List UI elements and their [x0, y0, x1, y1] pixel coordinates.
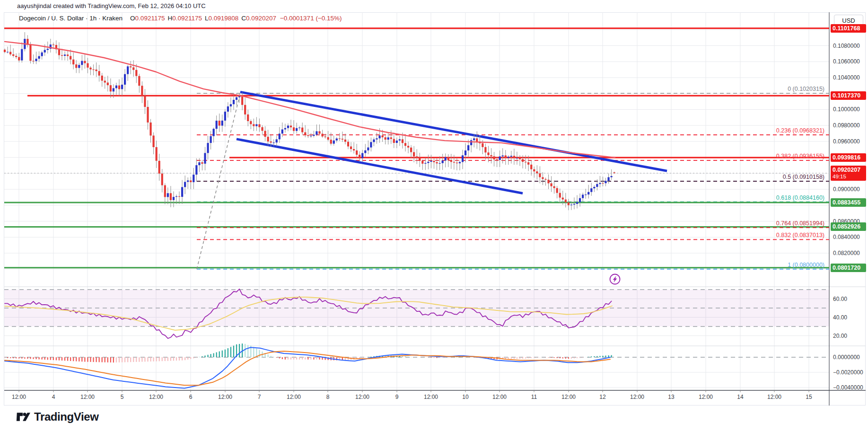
ohlc-key: L: [205, 15, 209, 22]
tradingview-logo-icon: [16, 411, 30, 423]
time-tick-label: 7: [258, 394, 261, 400]
time-tick-label: 12:00: [699, 394, 713, 400]
time-tick-label: 13: [668, 394, 674, 400]
rsi-tick-label: 40.00: [833, 314, 847, 321]
change-value: −0.0001371 (−0.15%): [280, 15, 342, 22]
ohlc-value: 0.0919808: [209, 15, 239, 22]
time-tick-label: 9: [395, 394, 399, 400]
fib-level-label: 0.5 (0.0910158): [783, 174, 824, 180]
macd-tick-label: −0.0020000: [833, 369, 863, 376]
price-tick-label: 0.1080000: [833, 43, 860, 49]
tradingview-chart-page: aayushjindal created with TradingView.co…: [0, 0, 868, 432]
price-badge: 0.0852926: [831, 222, 866, 231]
time-tick-label: 12:00: [767, 394, 781, 400]
time-tick-label: 12:00: [424, 394, 438, 400]
price-chart-canvas[interactable]: [0, 0, 868, 432]
time-tick-label: 12:00: [287, 394, 301, 400]
time-tick-label: 12:00: [561, 394, 576, 400]
fib-level-label: 0.832 (0.0837013): [776, 232, 824, 238]
fib-level-label: 0.236 (0.0968321): [776, 127, 824, 134]
fib-level-label: 0 (0.1020315): [788, 86, 824, 92]
time-tick-label: 12:00: [630, 394, 644, 400]
trend-lines[interactable]: [197, 92, 667, 269]
macd-indicator[interactable]: [5, 344, 612, 388]
ohlc-value: 0.0921175: [172, 15, 202, 22]
rsi-band: [4, 290, 829, 357]
time-tick-label: 8: [326, 394, 330, 400]
moving-average-line: [5, 42, 615, 158]
macd-tick-label: 0.0000000: [833, 354, 860, 361]
fib-level-label: 0.618 (0.0884160): [776, 194, 824, 201]
rsi-tick-label: 20.00: [833, 333, 847, 339]
candlesticks[interactable]: [4, 32, 615, 210]
rsi-tick-label: 60.00: [833, 296, 847, 302]
symbol-legend: Dogecoin / U. S. Dollar · 1h · KrakenO0.…: [19, 15, 342, 22]
time-tick-label: 12:00: [80, 394, 95, 400]
lightning-icon[interactable]: [609, 273, 621, 285]
price-badge: 0.0801720: [831, 264, 866, 272]
fib-level-label: 0.382 (0.0936155): [776, 153, 824, 159]
price-tick-label: 0.0840000: [833, 234, 860, 240]
time-tick-label: 4: [52, 394, 55, 400]
symbol-title[interactable]: Dogecoin / U. S. Dollar · 1h · Kraken: [19, 15, 123, 22]
price-tick-label: 0.1060000: [833, 58, 860, 65]
macd-tick-label: −0.0040000: [833, 384, 863, 391]
price-badge: 0.1101768: [831, 24, 866, 33]
ohlc-key: O: [130, 15, 135, 22]
time-tick-label: 12: [599, 394, 605, 400]
price-badge: 0.092020749:15: [831, 166, 866, 181]
time-tick-label: 11: [531, 394, 537, 400]
price-badge: 0.0883455: [831, 198, 866, 207]
tradingview-logo[interactable]: TradingView: [16, 410, 99, 423]
price-tick-label: 0.0980000: [833, 122, 860, 129]
tradingview-logo-text: TradingView: [34, 410, 99, 423]
ohlc-key: C: [241, 15, 246, 22]
ohlc-value: 0.0920207: [246, 15, 276, 22]
price-tick-label: 0.0820000: [833, 250, 860, 256]
time-tick-label: 6: [189, 394, 193, 400]
time-tick-label: 12:00: [218, 394, 232, 400]
time-tick-label: 12:00: [149, 394, 163, 400]
ohlc-values: O0.0921175H0.0921175L0.0919808C0.0920207: [127, 15, 276, 22]
time-tick-label: 12:00: [12, 394, 26, 400]
ohlc-value: 0.0921175: [135, 15, 165, 22]
time-tick-label: 15: [806, 394, 812, 400]
price-tick-label: 0.0960000: [833, 138, 860, 145]
fib-level-label: 1 (0.0800000): [788, 262, 824, 268]
ohlc-key: H: [167, 15, 172, 22]
countdown-timer: 49:15: [833, 173, 864, 180]
price-badge: 0.0939816: [831, 153, 866, 162]
price-tick-label: 0.1000000: [833, 106, 860, 113]
time-tick-label: 12:00: [355, 394, 369, 400]
fib-level-label: 0.764 (0.0851994): [776, 220, 824, 227]
price-tick-label: 0.1040000: [833, 74, 860, 81]
time-tick-label: 10: [462, 394, 468, 400]
time-tick-label: 14: [737, 394, 743, 400]
time-tick-label: 5: [121, 394, 124, 400]
price-tick-label: 0.0900000: [833, 186, 860, 193]
price-badge: 0.1017370: [831, 91, 866, 100]
time-tick-label: 12:00: [492, 394, 507, 400]
